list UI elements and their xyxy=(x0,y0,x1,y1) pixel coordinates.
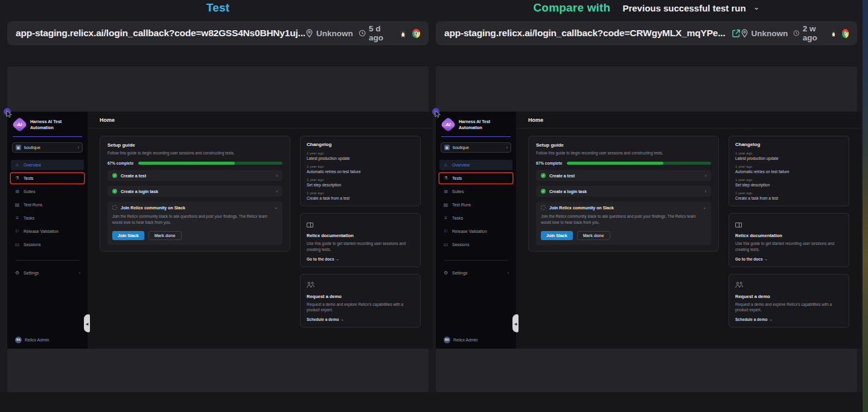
brand-divider xyxy=(441,136,511,137)
sidebar-item-suites[interactable]: ⊞ Suites xyxy=(11,186,84,197)
location-pin-icon xyxy=(741,29,748,38)
sidebar-collapse-handle[interactable]: ◀ xyxy=(84,314,90,332)
sidebar-item-label: Sessions xyxy=(24,242,40,247)
join-slack-button[interactable]: Join Slack xyxy=(112,231,144,240)
clock-icon xyxy=(793,29,799,37)
progress-bar xyxy=(567,162,711,165)
task-create-a-login-task[interactable]: ✓ Create a login task › xyxy=(107,186,282,197)
changelog-text: Set step description xyxy=(735,183,843,187)
changelog-title: Changelog xyxy=(735,142,843,147)
user-row[interactable]: RA Relicx Admin xyxy=(444,337,477,343)
location-meta: Unknown xyxy=(741,29,788,38)
url-bar-compare[interactable]: app-staging.relicx.ai/login_callback?cod… xyxy=(436,21,857,45)
project-selector[interactable]: B boutique › xyxy=(441,142,511,153)
setup-guide-title: Setup guide xyxy=(107,142,282,148)
sidebar-item-tests[interactable]: ⚗ Tests xyxy=(11,173,84,183)
schedule-demo-link[interactable]: Schedule a demo → xyxy=(735,317,843,322)
location-value: Unknown xyxy=(752,29,788,38)
changelog-text: Set step description xyxy=(307,183,414,187)
sidebar-item-settings[interactable]: ⚙ Settings › xyxy=(439,268,512,278)
sidebar-item-label: Tasks xyxy=(452,216,463,220)
compare-run-select[interactable]: Previous successful test run ⌄ xyxy=(622,3,759,13)
home-icon: ⌂ xyxy=(14,162,20,168)
setup-guide-card: Setup guide Follow this guide to begin r… xyxy=(528,136,719,252)
task-join-slack: Join Relicx community on Slack ⌄ Join th… xyxy=(107,201,282,244)
chrome-icon xyxy=(842,29,849,38)
age-value: 5 d ago xyxy=(369,24,394,42)
sidebar-item-release-validation[interactable]: ⚐ Release Validation xyxy=(439,226,512,236)
url-bar-test[interactable]: app-staging.relicx.ai/login_callback?cod… xyxy=(7,21,429,45)
runs-icon: ▤ xyxy=(14,202,20,208)
user-row[interactable]: RA Relicx Admin xyxy=(15,337,49,343)
grid-icon: ⊞ xyxy=(443,189,448,194)
recorded-cursor-marker xyxy=(4,108,11,115)
go-to-docs-link[interactable]: Go to the docs → xyxy=(735,257,843,261)
age-value: 2 w ago xyxy=(803,24,825,42)
sidebar-item-test-runs[interactable]: ▤ Test Runs xyxy=(11,200,84,210)
join-slack-button[interactable]: Join Slack xyxy=(541,231,573,240)
sidebar-item-overview[interactable]: ⌂ Overview xyxy=(11,160,84,170)
check-circle-icon: ✓ xyxy=(541,189,546,194)
project-selector[interactable]: B boutique › xyxy=(12,142,83,153)
demo-description: Request a demo and explore Relicx's capa… xyxy=(307,302,414,314)
task-join-slack-header[interactable]: Join Relicx community on Slack ⌄ xyxy=(541,205,706,210)
changelog-title: Changelog xyxy=(307,142,414,147)
task-create-a-test[interactable]: ✓ Create a test › xyxy=(107,170,282,181)
sidebar-nav: ⌂ Overview ⚗ Tests ⊞ Suites ▤ Test Runs … xyxy=(7,159,88,279)
sidebar-item-test-runs[interactable]: ▤ Test Runs xyxy=(439,200,512,210)
sidebar-item-sessions[interactable]: ▭ Sessions xyxy=(439,239,512,250)
avatar: RA xyxy=(444,337,450,343)
sidebar-item-tasks[interactable]: ≡ Tasks xyxy=(439,213,512,223)
age-meta: 2 w ago xyxy=(793,24,825,42)
changelog-text: Automatic retries on test failure xyxy=(307,170,414,174)
task-create-a-login-task[interactable]: ✓ Create a login task › xyxy=(536,186,711,197)
app-header: Home xyxy=(88,112,433,128)
chevron-right-icon: › xyxy=(276,189,278,194)
page-title: Home xyxy=(528,117,543,123)
sidebar-item-tests[interactable]: ⚗ Tests xyxy=(439,173,512,183)
mark-done-button[interactable]: Mark done xyxy=(577,231,610,240)
schedule-demo-link[interactable]: Schedule a demo → xyxy=(307,317,414,322)
sidebar-item-label: Release Validation xyxy=(452,229,487,233)
sidebar-item-settings[interactable]: ⚙ Settings › xyxy=(11,268,84,278)
clock-icon xyxy=(359,29,366,37)
people-icon xyxy=(735,282,743,288)
empty-circle-icon xyxy=(112,205,117,210)
topbar: Test Compare with Previous successful te… xyxy=(0,0,863,17)
docs-card: Relicx documentation Use this guide to g… xyxy=(300,213,421,267)
url-text: app-staging.relicx.ai/login_callback?cod… xyxy=(16,28,305,39)
demo-card: Request a demo Request a demo and explor… xyxy=(729,274,849,328)
progress-fill xyxy=(567,162,663,165)
sidebar-item-release-validation[interactable]: ⚐ Release Validation xyxy=(11,226,84,236)
sidebar-item-suites[interactable]: ⊞ Suites xyxy=(439,186,512,197)
sidebar-divider xyxy=(16,260,79,261)
setup-guide-title: Setup guide xyxy=(536,142,711,148)
sidebar-item-tasks[interactable]: ≡ Tasks xyxy=(11,213,84,223)
chevron-left-icon: ◀ xyxy=(514,322,517,326)
compare-with-label: Compare with xyxy=(533,1,610,14)
external-link-icon[interactable] xyxy=(732,29,741,38)
changelog-entry: 1 year ago Automatic retries on test fai… xyxy=(307,165,414,174)
task-label: Create a login task xyxy=(549,189,587,194)
progress-bar xyxy=(138,162,282,165)
grid-icon: ⊞ xyxy=(14,189,20,194)
changelog-time: 1 year ago xyxy=(735,165,843,168)
task-create-a-test[interactable]: ✓ Create a test › xyxy=(536,170,711,181)
gear-icon: ⚙ xyxy=(14,270,20,276)
sidebar-item-sessions[interactable]: ▭ Sessions xyxy=(11,239,84,250)
demo-card: Request a demo Request a demo and explor… xyxy=(300,274,421,328)
sidebar-item-label: Tests xyxy=(24,176,33,180)
sidebar-collapse-handle[interactable]: ◀ xyxy=(512,314,519,332)
task-join-slack-header[interactable]: Join Relicx community on Slack ⌄ xyxy=(112,205,278,210)
chevron-right-icon: › xyxy=(78,145,79,150)
chevron-right-icon: › xyxy=(508,271,509,275)
chevron-down-icon: ⌄ xyxy=(703,205,706,210)
mark-done-button[interactable]: Mark done xyxy=(148,231,182,240)
go-to-docs-link[interactable]: Go to the docs → xyxy=(307,257,414,261)
changelog-text: Latest production update xyxy=(735,156,843,160)
changelog-time: 1 year ago xyxy=(307,165,414,168)
sidebar-item-label: Overview xyxy=(452,163,470,167)
sidebar-item-overview[interactable]: ⌂ Overview xyxy=(439,160,512,170)
task-label: Join Relicx community on Slack xyxy=(549,206,614,210)
changelog-text: Create a task from a test xyxy=(735,196,843,200)
